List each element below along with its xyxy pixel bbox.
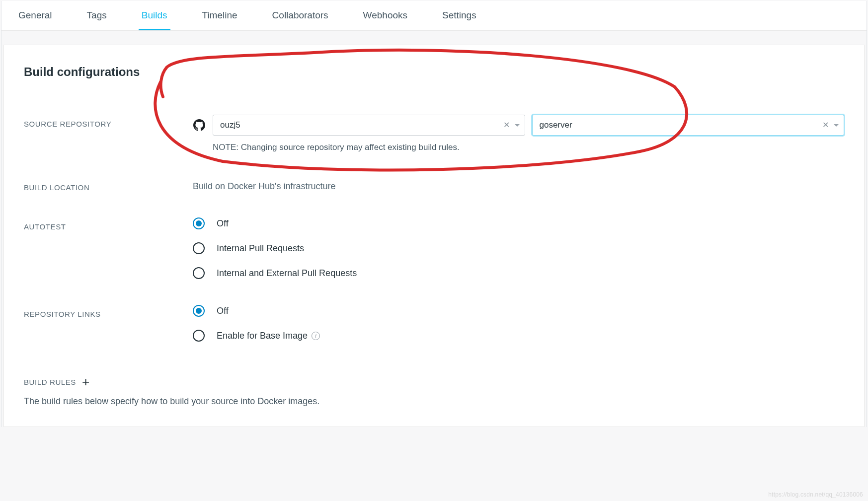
- radio-icon: [193, 330, 205, 342]
- radio-label: Internal and External Pull Requests: [217, 268, 357, 279]
- info-icon[interactable]: i: [312, 332, 320, 340]
- source-repository-label: SOURCE REPOSITORY: [24, 115, 193, 128]
- owner-select-value: ouzj5: [220, 120, 240, 130]
- radio-icon: [193, 242, 205, 254]
- radio-label: Internal Pull Requests: [217, 243, 304, 254]
- tab-builds[interactable]: Builds: [139, 1, 170, 30]
- chevron-down-icon[interactable]: [834, 124, 839, 127]
- radio-label: Off: [217, 306, 229, 316]
- build-rules-description: The build rules below specify how to bui…: [24, 396, 844, 407]
- radio-icon: [193, 305, 205, 317]
- repository-links-label: REPOSITORY LINKS: [24, 305, 193, 318]
- build-location-label: BUILD LOCATION: [24, 178, 193, 192]
- tab-webhooks[interactable]: Webhooks: [360, 1, 410, 30]
- clear-owner-icon[interactable]: ✕: [503, 121, 510, 129]
- radio-label: Off: [217, 218, 229, 229]
- repository-links-option-enable-base-image[interactable]: Enable for Base Image i: [193, 330, 844, 342]
- autotest-option-internal-pr[interactable]: Internal Pull Requests: [193, 242, 844, 254]
- tab-collaborators[interactable]: Collaborators: [269, 1, 331, 30]
- tab-bar: General Tags Builds Timeline Collaborato…: [1, 1, 867, 31]
- autotest-option-off[interactable]: Off: [193, 217, 844, 229]
- autotest-radio-group: Off Internal Pull Requests Internal and …: [193, 217, 844, 279]
- owner-select[interactable]: ouzj5 ✕: [213, 115, 525, 136]
- chevron-down-icon[interactable]: [515, 124, 520, 127]
- build-location-text: Build on Docker Hub's infrastructure: [193, 178, 844, 192]
- clear-repo-icon[interactable]: ✕: [822, 121, 829, 129]
- repository-links-radio-group: Off Enable for Base Image i: [193, 305, 844, 342]
- tab-tags[interactable]: Tags: [84, 1, 110, 30]
- github-icon: [193, 119, 206, 132]
- source-repository-note: NOTE: Changing source repository may aff…: [213, 143, 844, 152]
- radio-icon: [193, 267, 205, 279]
- add-build-rule-icon[interactable]: +: [82, 375, 89, 388]
- repository-links-option-off[interactable]: Off: [193, 305, 844, 317]
- tab-timeline[interactable]: Timeline: [199, 1, 240, 30]
- tab-general[interactable]: General: [15, 1, 55, 30]
- autotest-label: AUTOTEST: [24, 217, 193, 231]
- page-title: Build configurations: [24, 65, 844, 79]
- build-rules-label: BUILD RULES: [24, 378, 76, 386]
- repo-select-value: goserver: [540, 120, 572, 130]
- autotest-option-internal-external-pr[interactable]: Internal and External Pull Requests: [193, 267, 844, 279]
- radio-icon: [193, 217, 205, 229]
- tab-settings[interactable]: Settings: [439, 1, 479, 30]
- repo-select[interactable]: goserver ✕: [532, 115, 845, 136]
- radio-label: Enable for Base Image i: [217, 331, 320, 341]
